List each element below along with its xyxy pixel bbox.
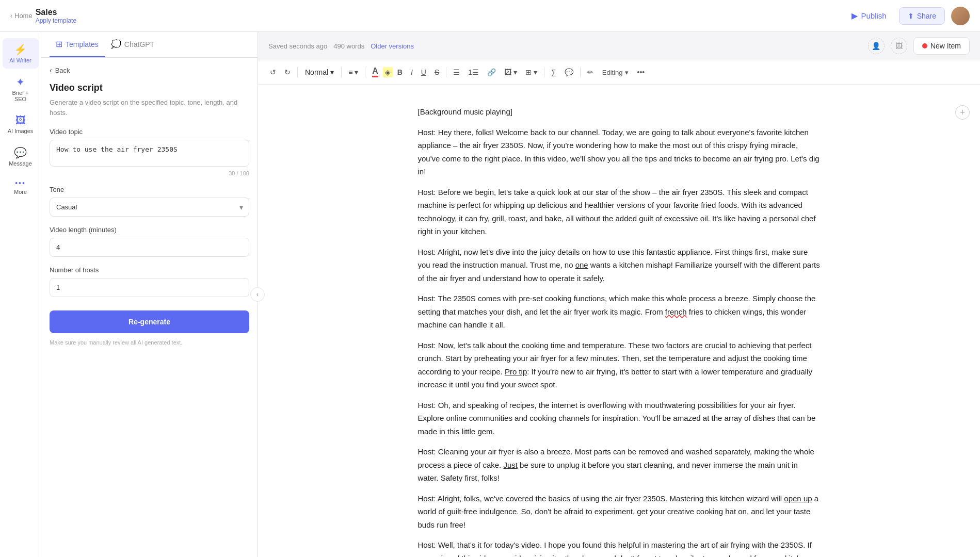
older-versions-link[interactable]: Older versions	[371, 42, 414, 50]
redo-button[interactable]: ↻	[281, 65, 294, 79]
icon-sidebar: ⚡ AI Writer ✦ Brief + SEO 🖼 AI Images 💬 …	[0, 32, 41, 557]
underline-button[interactable]: U	[417, 65, 430, 79]
sidebar-item-message[interactable]: 💬 Message	[3, 141, 39, 172]
comment-button[interactable]: 💬	[561, 65, 577, 79]
editor-content-wrapper: [Background music playing] Host: Hey the…	[258, 85, 980, 557]
pro-tip-link[interactable]: Pro tip	[505, 367, 527, 376]
editor-toolbar: ↺ ↻ Normal ▾ ≡ ▾ A ◈ B I U S ☰ 1☰ 🔗 �	[258, 60, 980, 85]
paragraph-0: [Background music playing]	[418, 105, 821, 119]
page-title: Sales	[36, 8, 76, 17]
num-hosts-input[interactable]: 1	[50, 278, 249, 297]
home-label: Home	[14, 12, 33, 20]
message-icon: 💬	[14, 146, 27, 159]
regenerate-button[interactable]: Re-generate	[50, 310, 249, 333]
bullet-list-button[interactable]: ☰	[449, 65, 463, 79]
video-topic-group: Video topic How to use the air fryer 235…	[50, 128, 249, 176]
video-length-group: Video length (minutes) 4	[50, 226, 249, 257]
apply-template-link[interactable]: Apply template	[36, 17, 76, 24]
publish-label: Publish	[861, 11, 886, 20]
panel-tabs: ⊞ Templates 💭 ChatGPT	[41, 32, 258, 58]
video-length-input[interactable]: 4	[50, 238, 249, 257]
emphasis-one: one	[575, 260, 588, 269]
user-avatar[interactable]	[951, 7, 970, 25]
image-insert-button[interactable]: 🖼 ▾	[501, 65, 521, 79]
text-color-button[interactable]: A	[368, 64, 382, 80]
undo-button[interactable]: ↺	[266, 65, 280, 79]
ai-images-label: AI Images	[8, 128, 34, 134]
user-mention-button[interactable]: 👤	[868, 38, 885, 54]
table-button[interactable]: ⊞ ▾	[522, 65, 541, 79]
home-link[interactable]: ‹ Home	[10, 12, 33, 20]
edit-icon-button[interactable]: ✏	[584, 65, 597, 79]
back-link-label: Back	[55, 67, 70, 74]
style-select[interactable]: Normal ▾	[301, 66, 338, 78]
link-button[interactable]: 🔗	[484, 65, 500, 79]
toolbar-divider-3	[365, 67, 365, 77]
video-length-label: Video length (minutes)	[50, 226, 249, 234]
editor-top-right: 👤 🖼 New Item	[868, 37, 970, 55]
publish-icon: ▶	[852, 11, 858, 21]
editor-content[interactable]: [Background music playing] Host: Hey the…	[387, 85, 852, 557]
tone-label: Tone	[50, 186, 249, 193]
strikethrough-button[interactable]: S	[431, 65, 443, 79]
ordered-list-button[interactable]: 1☰	[464, 65, 483, 79]
formula-button[interactable]: ∑	[548, 65, 560, 79]
ai-writer-icon: ⚡	[14, 43, 27, 56]
add-content-button[interactable]: +	[955, 105, 970, 120]
italic-button[interactable]: I	[407, 65, 416, 79]
avatar-image	[951, 7, 970, 25]
share-button[interactable]: ⬆ Share	[899, 7, 945, 25]
sidebar-item-ai-images[interactable]: 🖼 AI Images	[3, 109, 39, 139]
tone-select[interactable]: Casual Formal Friendly Professional	[50, 198, 249, 217]
paragraph-2: Host: Before we begin, let's take a quic…	[418, 186, 821, 238]
just-link[interactable]: Just	[503, 461, 518, 469]
ai-writer-label: AI Writer	[9, 57, 31, 63]
paragraph-1: Host: Hey there, folks! Welcome back to …	[418, 126, 821, 178]
color-a-icon: A	[372, 67, 378, 77]
nav-left: ‹ Home Sales Apply template	[10, 8, 76, 24]
tab-chatgpt[interactable]: 💭 ChatGPT	[105, 32, 160, 57]
sidebar-item-more[interactable]: ••• More	[3, 174, 39, 200]
publish-button[interactable]: ▶ Publish	[845, 7, 892, 25]
editor-top-bar: Saved seconds ago 490 words Older versio…	[258, 32, 980, 60]
video-topic-label: Video topic	[50, 128, 249, 136]
editor-meta: Saved seconds ago 490 words Older versio…	[268, 42, 414, 50]
chatgpt-tab-label: ChatGPT	[124, 40, 154, 48]
toolbar-divider-5	[544, 67, 544, 77]
editing-mode-selector[interactable]: Editing ▾	[598, 67, 633, 78]
nav-right: ▶ Publish ⬆ Share	[845, 7, 970, 25]
saved-status: Saved seconds ago	[268, 42, 327, 50]
sidebar-item-brief-seo[interactable]: ✦ Brief + SEO	[3, 71, 39, 107]
chatgpt-tab-icon: 💭	[111, 39, 121, 49]
paragraph-3: Host: Alright, now let's dive into the j…	[418, 245, 821, 285]
open-up-link[interactable]: open up	[784, 494, 812, 503]
new-item-label: New Item	[930, 42, 961, 50]
panel-collapse-button[interactable]: ‹	[250, 287, 265, 302]
editing-mode-label: Editing	[602, 69, 623, 76]
editor-area: Saved seconds ago 490 words Older versio…	[258, 32, 980, 557]
back-link[interactable]: ‹ Back	[50, 66, 249, 74]
align-button[interactable]: ≡ ▾	[345, 65, 362, 79]
image-button[interactable]: 🖼	[891, 38, 907, 54]
highlight-button[interactable]: ◈	[383, 67, 393, 77]
new-item-button[interactable]: New Item	[913, 37, 970, 55]
user-mention-icon: 👤	[872, 42, 880, 50]
more-options-button[interactable]: •••	[634, 65, 649, 79]
bold-button[interactable]: B	[394, 65, 406, 79]
sidebar-item-ai-writer[interactable]: ⚡ AI Writer	[3, 38, 39, 69]
highlight-icon: ◈	[385, 68, 391, 76]
paragraph-4: Host: The 2350S comes with pre-set cooki…	[418, 292, 821, 332]
disclaimer-text: Make sure you manually review all AI gen…	[50, 338, 249, 347]
templates-tab-label: Templates	[66, 40, 99, 48]
back-arrow-icon: ‹	[10, 12, 12, 20]
template-description: Generate a video script on the specified…	[50, 97, 249, 118]
red-dot-icon	[922, 43, 927, 48]
style-label: Normal	[305, 68, 328, 76]
tab-templates[interactable]: ⊞ Templates	[50, 32, 105, 57]
video-topic-input[interactable]: How to use the air fryer 2350S	[50, 140, 249, 167]
template-title: Video script	[50, 83, 249, 93]
top-navigation: ‹ Home Sales Apply template ▶ Publish ⬆ …	[0, 0, 980, 32]
word-count: 490 words	[333, 42, 364, 50]
paragraph-9: Host: Well, that's it for today's video.…	[418, 538, 821, 557]
char-count: 30 / 100	[50, 170, 249, 176]
